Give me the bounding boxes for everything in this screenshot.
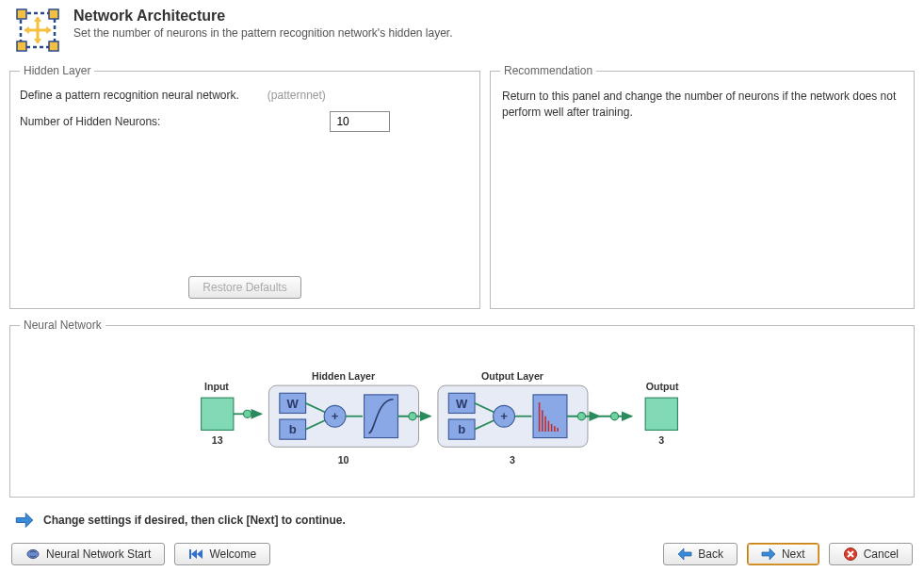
svg-text:W: W (456, 396, 468, 410)
header-text: Network Architecture Set the number of n… (73, 8, 453, 40)
svg-marker-5 (34, 16, 41, 22)
svg-marker-7 (24, 26, 29, 34)
svg-rect-45 (189, 549, 191, 559)
cancel-icon (843, 547, 858, 562)
diagram-output-box (645, 398, 677, 430)
arrow-right-icon (761, 547, 776, 562)
recommendation-legend: Recommendation (500, 64, 596, 77)
network-arch-icon (15, 8, 60, 53)
svg-text:+: + (331, 408, 338, 422)
neural-network-legend: Neural Network (20, 318, 105, 332)
neural-network-start-button[interactable]: Neural Network Start (11, 543, 165, 565)
footer: Neural Network Start Welcome Back Next C… (0, 535, 924, 573)
diagram-hidden-size: 10 (337, 454, 349, 466)
svg-rect-20 (364, 394, 397, 437)
diagram-input-size: 13 (211, 434, 222, 446)
back-button[interactable]: Back (663, 543, 738, 565)
diagram-input-label: Input (204, 381, 229, 392)
welcome-button[interactable]: Welcome (174, 543, 270, 565)
svg-point-43 (610, 412, 618, 419)
restore-defaults-button[interactable]: Restore Defaults (188, 276, 300, 299)
define-text: Define a pattern recognition neural netw… (20, 89, 239, 102)
diagram-output-label: Output (645, 381, 678, 392)
network-diagram: Input 13 Hidden Layer W b + (10, 341, 914, 497)
recommendation-panel: Recommendation Return to this panel and … (490, 64, 915, 309)
hint-row: Change settings if desired, then click [… (0, 498, 924, 535)
svg-marker-8 (46, 26, 52, 34)
svg-point-41 (577, 412, 585, 419)
page-subtitle: Set the number of neurons in the pattern… (73, 26, 453, 40)
svg-text:b: b (458, 422, 465, 436)
arrow-right-icon (15, 511, 34, 530)
diagram-output-layer-size: 3 (510, 454, 515, 466)
svg-rect-1 (17, 9, 26, 19)
svg-rect-4 (49, 41, 58, 51)
next-button[interactable]: Next (747, 543, 819, 565)
diagram-output-layer-label: Output Layer (481, 369, 543, 381)
neurons-input[interactable] (330, 111, 390, 132)
brain-icon (25, 547, 41, 562)
hint-text: Change settings if desired, then click [… (43, 514, 346, 527)
header: Network Architecture Set the number of n… (0, 0, 924, 64)
svg-rect-3 (17, 41, 26, 51)
svg-rect-32 (533, 394, 567, 437)
svg-marker-6 (34, 39, 41, 44)
hidden-layer-legend: Hidden Layer (20, 64, 94, 77)
svg-point-22 (408, 412, 415, 419)
diagram-output-size: 3 (658, 434, 664, 446)
svg-rect-2 (49, 9, 58, 19)
rewind-icon (188, 547, 203, 562)
page-title: Network Architecture (73, 8, 453, 24)
neurons-label: Number of Hidden Neurons: (20, 115, 160, 128)
svg-text:W: W (286, 396, 299, 410)
function-name: (patternnet) (267, 89, 326, 102)
diagram-input-box (201, 398, 233, 430)
recommendation-text: Return to this panel and change the numb… (500, 85, 904, 124)
neural-network-panel: Neural Network Input 13 Hidden Layer W (9, 318, 915, 498)
svg-point-10 (243, 410, 251, 417)
svg-text:b: b (288, 422, 296, 436)
arrow-left-icon (677, 547, 692, 562)
diagram-hidden-label: Hidden Layer (311, 369, 374, 381)
svg-text:+: + (500, 408, 508, 422)
hidden-layer-panel: Hidden Layer Define a pattern recognitio… (9, 64, 480, 309)
cancel-button[interactable]: Cancel (829, 543, 913, 565)
